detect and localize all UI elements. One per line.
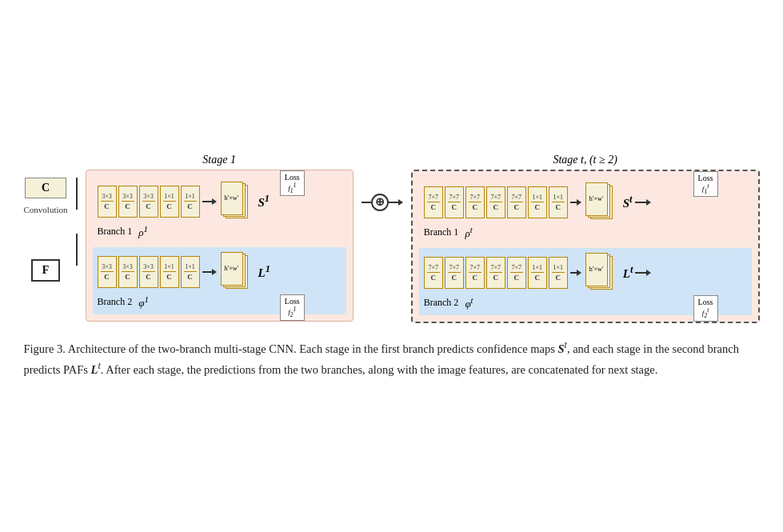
b1-name-st: Branch 1: [424, 226, 459, 238]
connector-area: ⊕: [362, 194, 403, 211]
conv-block: 1×1C: [528, 257, 547, 289]
c-label: C: [30, 182, 61, 194]
arrow-to-branch1: [76, 178, 78, 210]
conv-block: 7×7C: [445, 186, 464, 218]
conv-block: 7×7C: [445, 257, 464, 289]
main-container: C Convolution F Stage 1: [8, 146, 776, 387]
stage1-branch2-labels: Branch 2 φ1: [98, 294, 342, 310]
rho1-label: ρ1: [138, 224, 148, 239]
conv-block: 1×1C: [181, 256, 200, 288]
staget-upper-stack: h′×w′: [584, 182, 617, 222]
conv-block: 7×7C: [486, 257, 505, 289]
b2-name-s1: Branch 2: [98, 296, 133, 308]
hw-label4: h′×w′: [589, 266, 604, 274]
conv-block: 1×1C: [160, 256, 179, 288]
f-label: F: [42, 264, 50, 276]
staget-label: Stage t, (t ≥ 2): [411, 154, 760, 166]
stage1-lower-stack: h′×w′: [219, 252, 253, 292]
conv-block: 7×7C: [486, 186, 505, 218]
caption-area: Figure 3. Architecture of the two-branch…: [24, 338, 760, 378]
hw-label2: h′×w′: [225, 265, 239, 273]
conv-block: 7×7C: [424, 186, 443, 218]
rho-t-label: ρt: [465, 225, 472, 240]
lt-label: Lt: [623, 264, 633, 281]
f1t-label: f1t: [698, 182, 713, 195]
s1-label: S1: [258, 193, 270, 210]
stage1-wrapper: Stage 1 3×3C 3×3C 3×3C 1×1C 1×1C: [86, 154, 354, 322]
conv-block: 1×1C: [549, 257, 568, 289]
arrow-in-line: [362, 202, 371, 203]
staget-upper-convs: 7×7C 7×7C 7×7C 7×7C 7×7C 1×1C 1×1C: [424, 186, 568, 218]
loss-label-2: Loss: [285, 297, 300, 306]
conv-block: 3×3C: [118, 256, 138, 288]
arrow-out-line: [389, 202, 398, 203]
caption-text: Figure 3. Architecture of the two-branch…: [24, 342, 739, 376]
staget-branch2-row: 7×7C 7×7C 7×7C 7×7C 7×7C 1×1C 1×1C: [424, 253, 747, 293]
conv-block: 3×3C: [118, 186, 138, 218]
b2-name-st: Branch 2: [424, 297, 459, 309]
staget-branch1-labels: Branch 1 ρt: [424, 225, 747, 240]
arrow-out-head: [398, 199, 403, 206]
staget-wrapper: Stage t, (t ≥ 2) 7×7C 7×7C 7×7C 7×7C 7×7…: [411, 154, 760, 324]
stage1-branch1: 3×3C 3×3C 3×3C 1×1C 1×1C: [93, 177, 346, 244]
stage1-branch2: 3×3C 3×3C 3×3C 1×1C 1×1C: [93, 247, 346, 314]
stage1-upper-stack: h′×w′: [219, 182, 253, 222]
arrow-to-stackt2: [570, 270, 581, 276]
f2t-label: f2t: [698, 306, 713, 319]
conv-block: 1×1C: [528, 186, 547, 218]
conv-block: 7×7C: [465, 257, 485, 289]
hw-label: h′×w′: [225, 194, 239, 202]
phi-t-label: φt: [465, 295, 473, 310]
conv-block: 7×7C: [507, 186, 526, 218]
st-label: St: [623, 194, 633, 210]
staget-lower-convs: 7×7C 7×7C 7×7C 7×7C 7×7C 1×1C 1×1C: [424, 257, 568, 289]
losst-upper: Loss f1t: [693, 171, 718, 198]
arrow-out-st: [635, 199, 651, 206]
arrow-to-stackt1: [570, 199, 581, 206]
stage1-lower-convs: 3×3C 3×3C 3×3C 1×1C 1×1C: [98, 256, 200, 288]
conv-block: 7×7C: [465, 186, 485, 218]
stage1-branch1-row: 3×3C 3×3C 3×3C 1×1C 1×1C: [98, 182, 342, 222]
staget-branch1: 7×7C 7×7C 7×7C 7×7C 7×7C 1×1C 1×1C: [419, 178, 752, 245]
conv-block: 1×1C: [181, 186, 200, 218]
c-box: C: [25, 178, 66, 198]
b1-name-s1: Branch 1: [98, 226, 133, 238]
circle-plus-container: ⊕: [362, 194, 403, 211]
losst-lower: Loss f2t: [693, 295, 718, 322]
l1-label: L1: [258, 263, 270, 280]
loss1-lower: Loss f21: [280, 294, 305, 321]
f-box: F: [31, 259, 60, 282]
hw-label3: h′×w′: [589, 195, 604, 203]
left-inputs: C Convolution F: [24, 178, 68, 282]
staget-branch2: 7×7C 7×7C 7×7C 7×7C 7×7C 1×1C 1×1C: [419, 248, 752, 315]
diagram-area: C Convolution F Stage 1: [24, 154, 760, 324]
conv-block: 1×1C: [160, 186, 179, 218]
staget-lower-stack: h′×w′: [584, 253, 617, 293]
arrow-out-lt: [635, 270, 651, 276]
f11-label: f11: [285, 182, 300, 194]
conv-block: 7×7C: [507, 257, 526, 289]
conv-block: 3×3C: [139, 186, 158, 218]
arrow-to-stack1: [202, 198, 217, 205]
staget-box: 7×7C 7×7C 7×7C 7×7C 7×7C 1×1C 1×1C: [411, 170, 760, 324]
conv-label: Convolution: [24, 205, 68, 214]
loss-label-4: Loss: [698, 298, 713, 306]
stage1-label: Stage 1: [86, 154, 354, 166]
stage1-box: 3×3C 3×3C 3×3C 1×1C 1×1C: [86, 170, 354, 322]
loss1-upper: Loss f11: [280, 170, 305, 197]
conv-block: 7×7C: [424, 257, 443, 289]
phi1-label: φ1: [138, 294, 149, 310]
loss-label-3: Loss: [698, 174, 713, 182]
conv-block: 3×3C: [98, 186, 117, 218]
arrow-to-branch2: [76, 234, 78, 266]
arrow-to-stack2: [202, 269, 217, 275]
conv-block: 1×1C: [549, 186, 568, 218]
stage1-branch1-labels: Branch 1 ρ1: [98, 224, 342, 239]
loss-label-1: Loss: [285, 173, 300, 182]
left-arrows: [76, 178, 78, 266]
stage1-branch2-row: 3×3C 3×3C 3×3C 1×1C 1×1C: [98, 252, 342, 292]
f21-label: f21: [285, 306, 300, 318]
circle-plus: ⊕: [371, 194, 389, 211]
conv-block: 3×3C: [98, 256, 117, 288]
stage1-upper-convs: 3×3C 3×3C 3×3C 1×1C 1×1C: [98, 186, 200, 218]
